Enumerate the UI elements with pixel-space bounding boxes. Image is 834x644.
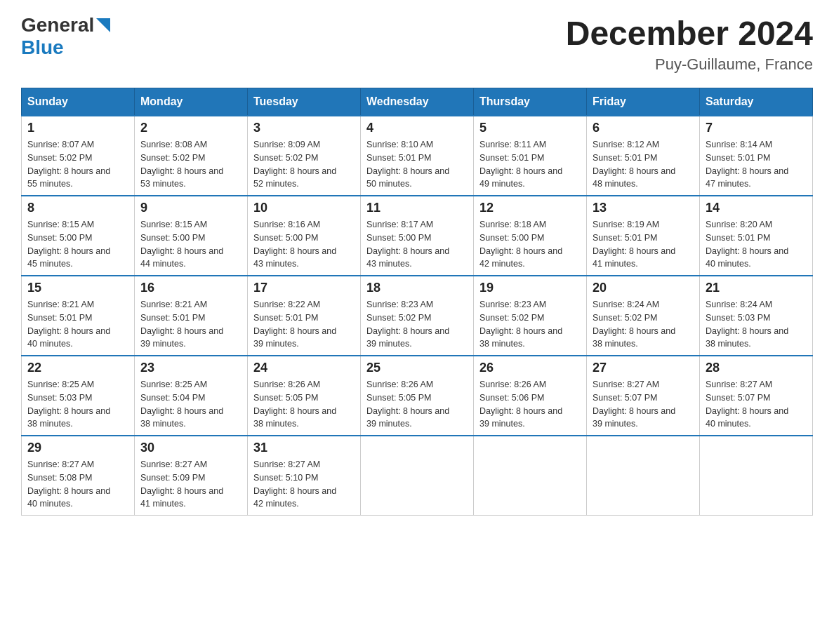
table-row: 17 Sunrise: 8:22 AM Sunset: 5:01 PM Dayl…: [248, 276, 361, 356]
day-number: 4: [366, 121, 468, 135]
day-info: Sunrise: 8:24 AM Sunset: 5:03 PM Dayligh…: [706, 298, 807, 351]
table-row: 25 Sunrise: 8:26 AM Sunset: 5:05 PM Dayl…: [361, 356, 474, 436]
day-info: Sunrise: 8:21 AM Sunset: 5:01 PM Dayligh…: [140, 298, 241, 351]
day-number: 3: [253, 121, 355, 135]
day-info: Sunrise: 8:27 AM Sunset: 5:10 PM Dayligh…: [253, 458, 355, 511]
week-row-3: 15 Sunrise: 8:21 AM Sunset: 5:01 PM Dayl…: [22, 276, 813, 356]
table-row: [587, 436, 700, 516]
table-row: 18 Sunrise: 8:23 AM Sunset: 5:02 PM Dayl…: [361, 276, 474, 356]
day-info: Sunrise: 8:15 AM Sunset: 5:00 PM Dayligh…: [27, 218, 128, 271]
table-row: 23 Sunrise: 8:25 AM Sunset: 5:04 PM Dayl…: [135, 356, 248, 436]
week-row-1: 1 Sunrise: 8:07 AM Sunset: 5:02 PM Dayli…: [22, 116, 813, 196]
day-info: Sunrise: 8:26 AM Sunset: 5:05 PM Dayligh…: [366, 378, 468, 431]
day-number: 21: [706, 281, 807, 295]
day-info: Sunrise: 8:24 AM Sunset: 5:02 PM Dayligh…: [593, 298, 694, 351]
day-info: Sunrise: 8:18 AM Sunset: 5:00 PM Dayligh…: [479, 218, 581, 271]
table-row: 14 Sunrise: 8:20 AM Sunset: 5:01 PM Dayl…: [700, 196, 813, 276]
day-number: 2: [140, 121, 241, 135]
table-row: 27 Sunrise: 8:27 AM Sunset: 5:07 PM Dayl…: [587, 356, 700, 436]
day-number: 25: [366, 361, 468, 375]
day-number: 27: [593, 361, 694, 375]
table-row: 30 Sunrise: 8:27 AM Sunset: 5:09 PM Dayl…: [135, 436, 248, 516]
header-thursday: Thursday: [474, 88, 587, 116]
day-number: 14: [706, 201, 807, 215]
table-row: 5 Sunrise: 8:11 AM Sunset: 5:01 PM Dayli…: [474, 116, 587, 196]
day-info: Sunrise: 8:27 AM Sunset: 5:07 PM Dayligh…: [706, 378, 807, 431]
table-row: 2 Sunrise: 8:08 AM Sunset: 5:02 PM Dayli…: [135, 116, 248, 196]
day-number: 1: [27, 121, 128, 135]
table-row: [474, 436, 587, 516]
title-section: December 2024 Puy-Guillaume, France: [566, 14, 813, 74]
day-number: 7: [706, 121, 807, 135]
day-info: Sunrise: 8:19 AM Sunset: 5:01 PM Dayligh…: [593, 218, 694, 271]
location-subtitle: Puy-Guillaume, France: [566, 55, 813, 74]
week-row-2: 8 Sunrise: 8:15 AM Sunset: 5:00 PM Dayli…: [22, 196, 813, 276]
header-monday: Monday: [135, 88, 248, 116]
day-number: 30: [140, 441, 241, 455]
table-row: 12 Sunrise: 8:18 AM Sunset: 5:00 PM Dayl…: [474, 196, 587, 276]
day-info: Sunrise: 8:27 AM Sunset: 5:09 PM Dayligh…: [140, 458, 241, 511]
table-row: 21 Sunrise: 8:24 AM Sunset: 5:03 PM Dayl…: [700, 276, 813, 356]
table-row: [361, 436, 474, 516]
table-row: 3 Sunrise: 8:09 AM Sunset: 5:02 PM Dayli…: [248, 116, 361, 196]
table-row: 8 Sunrise: 8:15 AM Sunset: 5:00 PM Dayli…: [22, 196, 135, 276]
header-friday: Friday: [587, 88, 700, 116]
day-info: Sunrise: 8:26 AM Sunset: 5:06 PM Dayligh…: [479, 378, 581, 431]
table-row: 24 Sunrise: 8:26 AM Sunset: 5:05 PM Dayl…: [248, 356, 361, 436]
day-number: 5: [479, 121, 581, 135]
day-info: Sunrise: 8:20 AM Sunset: 5:01 PM Dayligh…: [706, 218, 807, 271]
table-row: 6 Sunrise: 8:12 AM Sunset: 5:01 PM Dayli…: [587, 116, 700, 196]
svg-marker-0: [96, 18, 110, 32]
day-number: 15: [27, 281, 128, 295]
page-header: General Blue December 2024 Puy-Guillaume…: [21, 14, 813, 74]
day-info: Sunrise: 8:22 AM Sunset: 5:01 PM Dayligh…: [253, 298, 355, 351]
table-row: 13 Sunrise: 8:19 AM Sunset: 5:01 PM Dayl…: [587, 196, 700, 276]
table-row: 15 Sunrise: 8:21 AM Sunset: 5:01 PM Dayl…: [22, 276, 135, 356]
day-number: 13: [593, 201, 694, 215]
day-number: 31: [253, 441, 355, 455]
day-number: 19: [479, 281, 581, 295]
table-row: 16 Sunrise: 8:21 AM Sunset: 5:01 PM Dayl…: [135, 276, 248, 356]
week-row-4: 22 Sunrise: 8:25 AM Sunset: 5:03 PM Dayl…: [22, 356, 813, 436]
table-row: 11 Sunrise: 8:17 AM Sunset: 5:00 PM Dayl…: [361, 196, 474, 276]
logo-blue-text: Blue: [21, 36, 64, 58]
logo-arrow-icon: [96, 18, 110, 32]
logo-line1: General: [21, 14, 110, 36]
day-number: 11: [366, 201, 468, 215]
day-info: Sunrise: 8:09 AM Sunset: 5:02 PM Dayligh…: [253, 138, 355, 191]
day-number: 28: [706, 361, 807, 375]
header-wednesday: Wednesday: [361, 88, 474, 116]
table-row: 9 Sunrise: 8:15 AM Sunset: 5:00 PM Dayli…: [135, 196, 248, 276]
day-number: 18: [366, 281, 468, 295]
day-info: Sunrise: 8:25 AM Sunset: 5:03 PM Dayligh…: [27, 378, 128, 431]
day-number: 8: [27, 201, 128, 215]
day-number: 6: [593, 121, 694, 135]
calendar-table: SundayMondayTuesdayWednesdayThursdayFrid…: [21, 88, 813, 516]
table-row: 4 Sunrise: 8:10 AM Sunset: 5:01 PM Dayli…: [361, 116, 474, 196]
header-tuesday: Tuesday: [248, 88, 361, 116]
day-info: Sunrise: 8:23 AM Sunset: 5:02 PM Dayligh…: [366, 298, 468, 351]
day-info: Sunrise: 8:23 AM Sunset: 5:02 PM Dayligh…: [479, 298, 581, 351]
table-row: 1 Sunrise: 8:07 AM Sunset: 5:02 PM Dayli…: [22, 116, 135, 196]
table-row: 29 Sunrise: 8:27 AM Sunset: 5:08 PM Dayl…: [22, 436, 135, 516]
weekday-header-row: SundayMondayTuesdayWednesdayThursdayFrid…: [22, 88, 813, 116]
day-number: 16: [140, 281, 241, 295]
day-number: 10: [253, 201, 355, 215]
header-sunday: Sunday: [22, 88, 135, 116]
day-info: Sunrise: 8:14 AM Sunset: 5:01 PM Dayligh…: [706, 138, 807, 191]
logo-general-text: General: [21, 14, 94, 36]
header-saturday: Saturday: [700, 88, 813, 116]
day-info: Sunrise: 8:27 AM Sunset: 5:07 PM Dayligh…: [593, 378, 694, 431]
day-number: 12: [479, 201, 581, 215]
day-number: 29: [27, 441, 128, 455]
day-number: 24: [253, 361, 355, 375]
day-number: 20: [593, 281, 694, 295]
logo: General Blue: [21, 14, 110, 59]
day-info: Sunrise: 8:08 AM Sunset: 5:02 PM Dayligh…: [140, 138, 241, 191]
table-row: 28 Sunrise: 8:27 AM Sunset: 5:07 PM Dayl…: [700, 356, 813, 436]
day-number: 22: [27, 361, 128, 375]
day-info: Sunrise: 8:21 AM Sunset: 5:01 PM Dayligh…: [27, 298, 128, 351]
day-info: Sunrise: 8:25 AM Sunset: 5:04 PM Dayligh…: [140, 378, 241, 431]
day-info: Sunrise: 8:27 AM Sunset: 5:08 PM Dayligh…: [27, 458, 128, 511]
logo-line2: Blue: [21, 36, 64, 59]
